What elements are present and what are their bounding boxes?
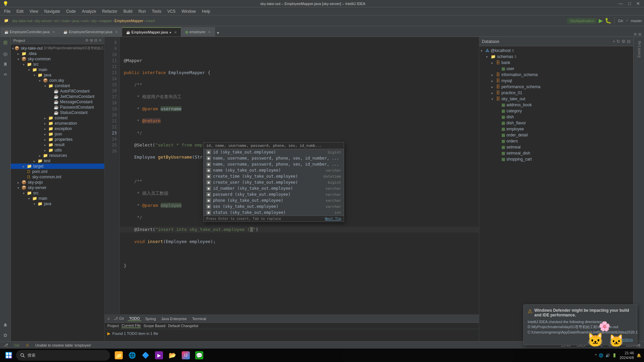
db-filter-icon[interactable]: ⊟ — [627, 39, 631, 44]
menu-file[interactable]: File — [1, 8, 13, 14]
db-item-order-detail[interactable]: ▸ ▦ order_detail — [479, 132, 633, 138]
tab-service[interactable]: ☕ EmployeeServiceImpl.java ✕ — [59, 27, 122, 37]
tray-chevron[interactable]: ^ — [595, 353, 597, 357]
tree-item-jwtclaims[interactable]: ▸ ☕ JwtClaimsConstant — [11, 94, 104, 99]
project-panel-icon[interactable] — [1, 38, 10, 48]
db-item-localhost[interactable]: ▾ 🖧 @localhost 5 — [479, 48, 633, 54]
tree-item-test1[interactable]: ▸ 📁 test — [11, 158, 104, 164]
tree-item-password[interactable]: ▸ ☕ PasswordConstant — [11, 105, 104, 110]
tree-item-utils[interactable]: ▸ 📁 utils — [11, 147, 104, 153]
db-add-icon[interactable]: + — [612, 39, 615, 44]
tray-network-icon[interactable]: 🌐 — [599, 353, 603, 358]
tree-item-result[interactable]: ▸ 📁 result — [11, 142, 104, 147]
tab-employee-close[interactable]: ✕ — [208, 30, 211, 34]
db-item-dish-flavor[interactable]: ▸ ▦ dish_flavor — [479, 120, 633, 126]
ac-item-3[interactable]: ▦ name (sky_take_out.employee) varchar — [204, 167, 344, 173]
tree-item-src2[interactable]: ▾ 📁 src — [11, 190, 104, 196]
db-item-user[interactable]: ▸ ▦ user — [479, 66, 633, 72]
menu-tools[interactable]: Tools — [149, 8, 164, 14]
tree-item-exception[interactable]: ▸ 📁 exception — [11, 126, 104, 131]
tray-volume-icon[interactable]: 🔊 — [605, 353, 610, 358]
breadcrumb-sky[interactable]: sky — [91, 19, 97, 23]
spring-btn[interactable]: Spring — [144, 317, 157, 321]
tab-controller[interactable]: ☕ EmployeeController.java ✕ — [0, 27, 59, 37]
tab-service-close[interactable]: ✕ — [115, 30, 118, 34]
db-item-schemas[interactable]: ▾ 📁 schemas 5 — [479, 54, 633, 60]
bookmarks-panel-icon[interactable] — [1, 60, 10, 69]
menu-analyze[interactable]: Analyze — [79, 8, 99, 14]
ac-item-4[interactable]: ▦ create_time (sky_take_out.employee) da… — [204, 173, 344, 179]
minimize-button[interactable]: — — [617, 1, 624, 6]
terminal-btn[interactable]: Terminal — [191, 317, 208, 321]
java-enterprise-btn[interactable]: Java Enterprise — [160, 317, 188, 321]
taskbar-start-button[interactable] — [3, 349, 15, 361]
breadcrumb-employee-mapper[interactable]: EmployeeMapper — [114, 19, 143, 23]
db-item-bank[interactable]: ▸ 🗄 bank — [479, 60, 633, 66]
menu-refactor[interactable]: Refactor — [100, 8, 120, 14]
tree-item-java1[interactable]: ▾ 📁 java — [11, 72, 104, 78]
tree-item-comsky1[interactable]: ▾ 📦 com.sky — [11, 78, 104, 83]
ac-item-10[interactable]: ▦ status (sky_take_out.employee) int — [204, 209, 344, 216]
breadcrumb-src[interactable]: src — [54, 19, 59, 23]
tree-item-sky-server[interactable]: ▾ 📦 sky-server — [11, 185, 104, 190]
vtab-event-log[interactable]: Event Log — [636, 38, 642, 60]
ac-footer-right[interactable]: Next Tip — [325, 217, 341, 221]
editor-settings-icon[interactable]: ⚙ — [634, 32, 637, 37]
menu-vcs[interactable]: VCS — [165, 8, 178, 14]
db-item-category[interactable]: ▸ ▦ category — [479, 108, 633, 114]
menu-view[interactable]: View — [27, 8, 41, 14]
sidebar-expand-icon[interactable]: ⊞ — [90, 38, 93, 43]
db-item-mysql[interactable]: ▸ 🗄 mysql — [479, 78, 633, 84]
tree-item-main1[interactable]: ▾ 📁 main — [11, 67, 104, 72]
tray-battery-icon[interactable]: 🔋 — [612, 353, 617, 358]
menu-edit[interactable]: Edit — [14, 8, 26, 14]
breadcrumb-mapper[interactable]: mapper — [99, 19, 112, 23]
breadcrumb-java[interactable]: java — [72, 19, 79, 23]
menu-build[interactable]: Build — [121, 8, 135, 14]
db-item-dish[interactable]: ▸ ▦ dish — [479, 114, 633, 120]
status-git-icon[interactable]: ⎇ — [3, 343, 9, 347]
taskbar-app-files2[interactable]: 📂 — [166, 349, 178, 361]
run-config[interactable]: SkyApplication — [567, 18, 597, 23]
tree-item-context[interactable]: ▸ 📁 context — [11, 115, 104, 121]
db-item-practice[interactable]: ▸ 🗄 practice_01 — [479, 90, 633, 96]
tray-notification-btn[interactable]: 🔔 — [637, 353, 641, 358]
toolbar-project-btn[interactable]: 📁 — [2, 18, 11, 23]
sidebar-collapse-icon[interactable]: ⊟ — [94, 38, 97, 43]
db-item-address-book[interactable]: ▸ ▦ address_book — [479, 102, 633, 108]
tab-mapper[interactable]: ☕ EmployeeMapper.java ● ✕ — [122, 27, 181, 37]
db-item-orders[interactable]: ▸ ▦ orders — [479, 138, 633, 144]
db-refresh-icon[interactable]: ↻ — [616, 39, 620, 44]
menu-code[interactable]: Code — [63, 8, 78, 14]
tree-item-pom[interactable]: ▸ 🗋 pom.xml — [11, 169, 104, 174]
db-item-perf[interactable]: ▸ 🗄 performance_schema — [479, 84, 633, 90]
todo-default-changelist-tab[interactable]: Default Changelist — [168, 324, 198, 328]
taskbar-app-idea[interactable]: IJ — [180, 349, 192, 361]
db-item-employee[interactable]: ▸ ▦ employee — [479, 126, 633, 132]
ac-item-8[interactable]: ▦ phone (sky_take_out.employee) varchar — [204, 197, 344, 203]
tree-item-iml[interactable]: ▸ 🗋 sky-common.iml — [11, 174, 104, 180]
todo-current-file-tab[interactable]: Current File — [121, 323, 141, 328]
db-item-setmeal-dish[interactable]: ▸ ▦ setmeal_dish — [479, 150, 633, 156]
ac-item-7[interactable]: ▦ password (sky_take_out.employee) varch… — [204, 191, 344, 197]
breadcrumb-server[interactable]: sky-server — [35, 19, 52, 23]
commit-panel-icon[interactable] — [1, 70, 10, 79]
taskbar-app-files[interactable]: 📁 — [113, 349, 125, 361]
editor-split-icon[interactable]: ⊞ — [638, 32, 641, 37]
ac-item-5[interactable]: ▦ create_user (sky_take_out.employee) bi… — [204, 179, 344, 185]
tab-mapper-close[interactable]: ✕ — [174, 31, 177, 34]
tree-item-src1[interactable]: ▾ 📁 src — [11, 62, 104, 67]
tree-item-resources1[interactable]: ▸ 📁 resources — [11, 153, 104, 158]
debug-button[interactable]: 🐛 — [605, 17, 611, 24]
db-item-info-schema[interactable]: ▸ 🗄 information_schema — [479, 72, 633, 78]
db-item-setmeal[interactable]: ▸ ▦ setmeal — [479, 144, 633, 150]
ac-item-0[interactable]: ▦ id (sky_take_out.employee) bigint — [204, 149, 344, 155]
sidebar-close-icon[interactable]: ✕ — [99, 38, 102, 43]
maximize-button[interactable]: □ — [627, 1, 632, 6]
menu-run[interactable]: Run — [136, 8, 149, 14]
tree-item-main2[interactable]: ▾ 📁 main — [11, 196, 104, 201]
git-bottom-btn[interactable]: ⎇ Git — [112, 316, 125, 321]
menu-help[interactable]: Help — [199, 8, 213, 14]
ac-item-1[interactable]: ▦ name, username, password, phone, sex, … — [204, 155, 344, 161]
plugins-icon[interactable]: ✿ — [1, 330, 10, 340]
